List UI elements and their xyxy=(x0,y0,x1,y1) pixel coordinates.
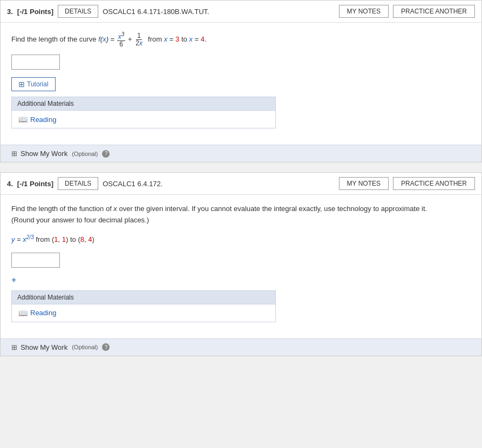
q4-details-button[interactable]: DETAILS xyxy=(58,177,98,190)
q3-number: 3. xyxy=(7,8,13,16)
q3-tutorial-button[interactable]: ⊞ Tutorial xyxy=(11,77,56,91)
q3-my-notes-button[interactable]: MY NOTES xyxy=(339,5,389,18)
book-icon: 📖 xyxy=(18,115,28,124)
q3-header-right: MY NOTES PRACTICE ANOTHER xyxy=(339,5,475,18)
q3-points: [-/1 Points] xyxy=(17,8,53,16)
q4-practice-button[interactable]: PRACTICE ANOTHER xyxy=(393,177,475,190)
q3-reading-link[interactable]: 📖 Reading xyxy=(18,115,56,124)
q4-optional-label: (Optional) xyxy=(72,344,98,350)
question-4-header: 4. [-/1 Points] DETAILS OSCALC1 6.4.172.… xyxy=(1,173,481,195)
q4-plus-button[interactable]: + xyxy=(11,275,471,285)
question-4: 4. [-/1 Points] DETAILS OSCALC1 6.4.172.… xyxy=(0,172,482,356)
expand-icon: ⊞ xyxy=(11,150,17,158)
expand-icon-2: ⊞ xyxy=(11,343,17,351)
q4-code: OSCALC1 6.4.172. xyxy=(103,180,334,188)
q3-optional-label: (Optional) xyxy=(72,151,98,157)
q4-my-notes-button[interactable]: MY NOTES xyxy=(339,177,389,190)
q4-additional-materials: Additional Materials 📖 Reading xyxy=(11,290,276,322)
book-icon-2: 📖 xyxy=(18,309,28,317)
q4-points: [-/1 Points] xyxy=(17,180,53,188)
q4-equation: y = x2/3 from (1, 1) to (8, 4) xyxy=(11,233,471,246)
tutorial-icon: ⊞ xyxy=(18,80,25,89)
q4-additional-materials-body: 📖 Reading xyxy=(12,304,275,322)
q4-show-my-work-label: Show My Work xyxy=(21,343,67,351)
q3-additional-materials: Additional Materials 📖 Reading xyxy=(11,97,276,128)
q4-show-my-work[interactable]: ⊞ Show My Work (Optional) ? xyxy=(1,338,481,356)
q4-additional-materials-header: Additional Materials xyxy=(12,291,275,304)
question-3-header: 3. [-/1 Points] DETAILS OSCALC1 6.4.171-… xyxy=(1,1,481,23)
q3-help-icon[interactable]: ? xyxy=(102,150,110,158)
q3-code: OSCALC1 6.4.171-180B.WA.TUT. xyxy=(103,8,334,16)
q3-show-my-work[interactable]: ⊞ Show My Work (Optional) ? xyxy=(1,145,481,162)
q3-question-text: Find the length of the curve f(x) = x36 … xyxy=(11,31,471,48)
q4-header-right: MY NOTES PRACTICE ANOTHER xyxy=(339,177,475,190)
q4-reading-link[interactable]: 📖 Reading xyxy=(18,309,56,317)
q3-additional-materials-header: Additional Materials xyxy=(12,97,275,111)
q4-number: 4. xyxy=(7,180,13,188)
question-3: 3. [-/1 Points] DETAILS OSCALC1 6.4.171-… xyxy=(0,0,482,162)
q3-details-button[interactable]: DETAILS xyxy=(58,5,98,18)
q3-additional-materials-body: 📖 Reading xyxy=(12,111,275,128)
q3-answer-input[interactable] xyxy=(11,55,60,70)
q4-reading-label: Reading xyxy=(30,309,56,317)
q3-show-my-work-label: Show My Work xyxy=(21,150,67,158)
q3-practice-button[interactable]: PRACTICE ANOTHER xyxy=(393,5,475,18)
q4-question-text: Find the length of the function of x ove… xyxy=(11,203,471,226)
q4-body: Find the length of the function of x ove… xyxy=(1,195,481,338)
q3-body: Find the length of the curve f(x) = x36 … xyxy=(1,23,481,145)
q4-answer-input[interactable] xyxy=(11,253,60,268)
q3-reading-label: Reading xyxy=(30,116,56,124)
q4-help-icon[interactable]: ? xyxy=(102,343,110,351)
